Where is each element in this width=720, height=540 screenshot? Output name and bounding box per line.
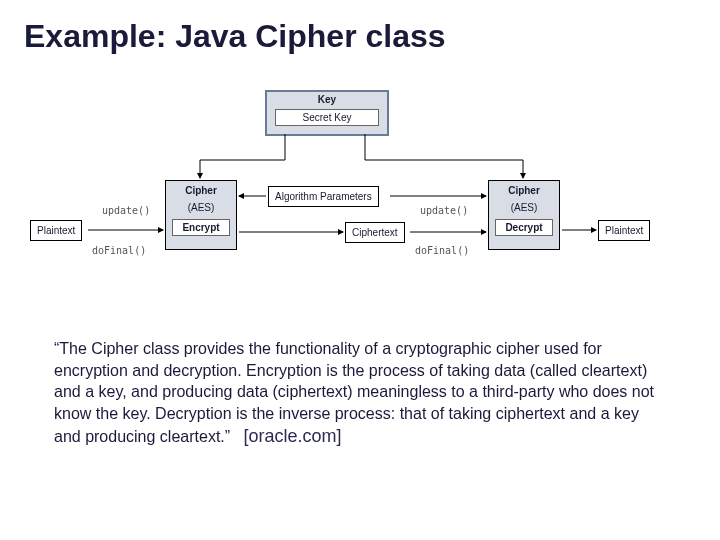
cipher-diagram: Key Secret Key Cipher (AES) Encrypt Ciph… <box>40 90 680 290</box>
page-title: Example: Java Cipher class <box>24 18 446 55</box>
quote-source: [oracle.com] <box>243 426 341 446</box>
quote-block: “The Cipher class provides the functiona… <box>54 338 666 449</box>
diagram-arrows <box>40 90 680 290</box>
quote-text: “The Cipher class provides the functiona… <box>54 340 654 445</box>
